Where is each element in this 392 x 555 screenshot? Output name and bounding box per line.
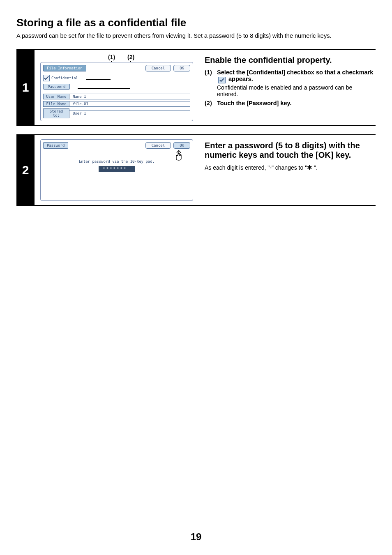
password-panel: Password Cancel OK Enter password via th… bbox=[40, 139, 193, 201]
step-text: Enter a password (5 to 8 digits) with th… bbox=[199, 135, 376, 205]
password-button[interactable]: Password bbox=[43, 84, 70, 90]
substep-number: (2) bbox=[205, 100, 217, 106]
field-label-stored-to[interactable]: Stored to: bbox=[43, 108, 69, 118]
leader-line bbox=[86, 79, 111, 80]
step-2-row: 2 Password Cancel OK Enter password via … bbox=[16, 134, 376, 206]
confidential-checkbox[interactable] bbox=[43, 75, 50, 81]
confidential-label: Confidential bbox=[51, 76, 78, 80]
substep-text-b: appears. bbox=[227, 76, 253, 82]
step-1-row: 1 (1) (2) File Information Cancel OK bbox=[16, 49, 376, 126]
step-number: 2 bbox=[16, 135, 35, 205]
cancel-button[interactable]: Cancel bbox=[145, 142, 171, 149]
substep-body: Select the [Confidential] checkbox so th… bbox=[217, 69, 374, 97]
field-value-user-name: Name 1 bbox=[69, 94, 190, 99]
step-heading: Enable the confidential property. bbox=[205, 55, 374, 65]
step-screenshot: Password Cancel OK Enter password via th… bbox=[35, 135, 199, 205]
asterisk-glyph: ✱ bbox=[307, 164, 312, 171]
step-heading: Enter a password (5 to 8 digits) with th… bbox=[205, 141, 374, 160]
step-text: Enable the confidential property. (1) Se… bbox=[199, 50, 376, 125]
leader-line bbox=[78, 88, 130, 89]
ok-button[interactable]: OK bbox=[173, 142, 190, 149]
page-title: Storing a file as a confidential file bbox=[16, 16, 376, 29]
step-screenshot: (1) (2) File Information Cancel OK bbox=[35, 50, 199, 125]
substep-note: Confidential mode is enabled and a passw… bbox=[217, 84, 374, 97]
checkmark-icon bbox=[44, 76, 49, 80]
callout-labels: (1) (2) bbox=[40, 54, 193, 62]
substep-text: Touch the [Password] key. bbox=[217, 100, 292, 106]
substep-number: (1) bbox=[205, 69, 217, 97]
field-value-file-name: file-01 bbox=[69, 101, 190, 107]
panel-title: File Information bbox=[43, 65, 86, 71]
steps-container: 1 (1) (2) File Information Cancel OK bbox=[16, 49, 376, 206]
file-info-panel: File Information Cancel OK Confidential bbox=[40, 62, 193, 121]
substep-text-a: Select the [Confidential] checkbox so th… bbox=[217, 69, 373, 76]
intro-text: A password can be set for the file to pr… bbox=[16, 32, 376, 39]
password-instruction: Enter password via the 10-Key pad. bbox=[43, 159, 190, 164]
masked-password: *******- bbox=[99, 166, 134, 172]
panel-title: Password bbox=[43, 142, 68, 149]
checkbox-icon bbox=[218, 77, 226, 83]
callout-1: (1) bbox=[108, 54, 115, 60]
callout-2: (2) bbox=[127, 54, 134, 60]
substep-body: Touch the [Password] key. bbox=[217, 100, 374, 106]
field-label-user-name[interactable]: User Name bbox=[43, 94, 69, 99]
step-note: As each digit is entered, "-" changes to… bbox=[205, 164, 374, 171]
ok-button[interactable]: OK bbox=[173, 65, 190, 71]
field-value-stored-to: User 1 bbox=[69, 111, 190, 116]
page-number: 19 bbox=[0, 531, 392, 543]
step-number: 1 bbox=[16, 50, 35, 125]
field-label-file-name[interactable]: File Name bbox=[43, 101, 69, 107]
cancel-button[interactable]: Cancel bbox=[145, 65, 171, 71]
